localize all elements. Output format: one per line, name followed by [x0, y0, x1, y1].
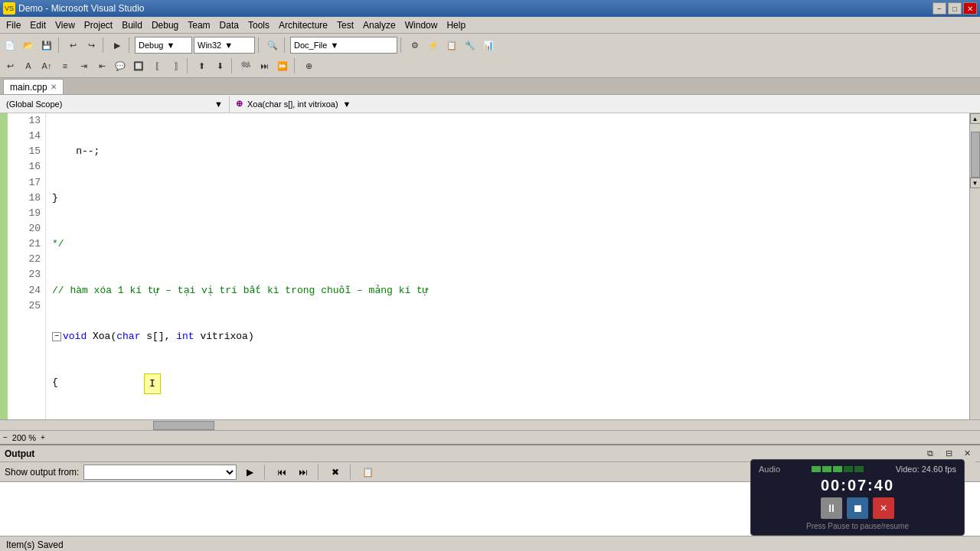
line-num-22: 22: [8, 252, 41, 267]
menu-data[interactable]: Data: [215, 18, 243, 32]
zoom-decrease-button[interactable]: −: [3, 433, 8, 442]
audio-seg-4: [844, 466, 853, 472]
tb2-12[interactable]: ⬇: [211, 57, 228, 74]
scope-right-arrow: ▼: [343, 99, 351, 109]
vscroll-thumb[interactable]: [971, 132, 980, 178]
menu-architecture[interactable]: Architecture: [274, 18, 332, 32]
menu-file[interactable]: File: [2, 18, 25, 32]
tb-sep-1: [58, 37, 61, 53]
minimize-button[interactable]: −: [933, 2, 946, 15]
line-num-24: 24: [8, 283, 41, 298]
platform-dropdown[interactable]: Win32 ▼: [194, 37, 255, 54]
tb2-16[interactable]: ⊕: [300, 57, 317, 74]
tab-bar: main.cpp ✕: [0, 78, 980, 95]
menu-analyze[interactable]: Analyze: [358, 18, 400, 32]
horizontal-scrollbar[interactable]: [0, 419, 980, 430]
output-tb-2[interactable]: ⏭: [295, 465, 312, 480]
tb-save[interactable]: 💾: [38, 37, 55, 54]
tb-misc1[interactable]: ⚙: [407, 37, 423, 54]
platform-dropdown-arrow: ▼: [224, 41, 233, 50]
zoom-increase-button[interactable]: +: [41, 433, 45, 442]
media-pause-button[interactable]: ⏸: [821, 497, 842, 519]
tb2-4[interactable]: ≡: [57, 57, 74, 74]
debug-dropdown-arrow: ▼: [166, 41, 175, 50]
status-bar: Item(s) Saved: [0, 536, 980, 551]
hscroll-thumb[interactable]: [153, 421, 214, 430]
output-tb-3[interactable]: ✖: [327, 465, 344, 480]
tb2-13[interactable]: 🏁: [237, 57, 254, 74]
menu-tools[interactable]: Tools: [243, 18, 274, 32]
scope-right-dropdown[interactable]: ⊕ Xoa(char s[], int vitrixoa) ▼: [230, 96, 980, 112]
tb-misc4[interactable]: 🔧: [462, 37, 479, 54]
output-sep-3: [350, 465, 353, 480]
tb2-15[interactable]: ⏩: [274, 57, 291, 74]
menu-project[interactable]: Project: [80, 18, 117, 32]
output-tb-play[interactable]: ▶: [241, 465, 258, 480]
debug-dropdown[interactable]: Debug ▼: [135, 37, 192, 54]
tb2-2[interactable]: A: [20, 57, 37, 74]
line-num-19: 19: [8, 206, 41, 221]
tb-start[interactable]: ▶: [109, 37, 126, 54]
menu-debug[interactable]: Debug: [147, 18, 183, 32]
close-button[interactable]: ✕: [963, 2, 977, 15]
doc-dropdown-label: Doc_File: [294, 41, 327, 50]
platform-dropdown-label: Win32: [198, 41, 221, 50]
maximize-button[interactable]: □: [948, 2, 962, 15]
media-stop-button[interactable]: ⏹: [847, 497, 868, 519]
tb2-3[interactable]: A↑: [38, 57, 55, 74]
scope-left-dropdown[interactable]: (Global Scope) ▼: [0, 96, 230, 112]
menu-build[interactable]: Build: [117, 18, 147, 32]
vscroll-up-button[interactable]: ▲: [970, 113, 981, 124]
output-tb-1[interactable]: ⏮: [273, 465, 290, 480]
menu-window[interactable]: Window: [400, 18, 443, 32]
tb2-5[interactable]: ⇥: [75, 57, 92, 74]
collapse-icon-17[interactable]: −: [52, 332, 61, 341]
tab-label: main.cpp: [10, 82, 47, 93]
tb-new[interactable]: 📄: [2, 37, 18, 54]
media-close-button[interactable]: ✕: [873, 497, 894, 519]
menu-help[interactable]: Help: [442, 18, 470, 32]
debug-dropdown-label: Debug: [139, 41, 163, 50]
menu-test[interactable]: Test: [332, 18, 358, 32]
tb-undo[interactable]: ↩: [64, 37, 81, 54]
tb2-6[interactable]: ⇤: [93, 57, 110, 74]
code-line-14: }: [52, 191, 963, 206]
tb-open[interactable]: 📂: [20, 37, 37, 54]
vertical-scrollbar[interactable]: ▲ ▼: [969, 113, 980, 419]
tb2-sep-1: [187, 58, 190, 73]
menu-edit[interactable]: Edit: [25, 18, 51, 32]
tb2-10[interactable]: ⟧: [167, 57, 184, 74]
code-line-16: // hàm xóa 1 kí tự – tại vị trí bất kì t…: [52, 283, 963, 298]
tb-redo[interactable]: ↪: [83, 37, 100, 54]
tb-sep-6: [400, 37, 403, 53]
line-num-25: 25: [8, 298, 41, 314]
tb2-8[interactable]: 🔲: [130, 57, 147, 74]
window-controls: − □ ✕: [933, 2, 977, 15]
audio-seg-2: [822, 466, 831, 472]
menu-team[interactable]: Team: [183, 18, 214, 32]
zoom-bar: − 200 % +: [0, 430, 980, 444]
doc-dropdown[interactable]: Doc_File ▼: [290, 37, 397, 54]
tb-misc2[interactable]: ⚡: [425, 37, 442, 54]
output-title: Output: [5, 448, 34, 459]
code-area[interactable]: n--; } */ // hàm xóa 1 kí tự – tại vị tr…: [46, 113, 969, 419]
tb-misc3[interactable]: 📋: [443, 37, 460, 54]
line-num-20: 20: [8, 221, 41, 236]
tb2-7[interactable]: 💬: [112, 57, 129, 74]
menu-view[interactable]: View: [51, 18, 80, 32]
output-tb-4[interactable]: 📋: [359, 465, 376, 480]
tb-sep-2: [103, 37, 106, 53]
output-source-dropdown[interactable]: [83, 465, 237, 480]
tb2-14[interactable]: ⏭: [256, 57, 273, 74]
tb2-9[interactable]: ⟦: [149, 57, 165, 74]
tab-main-cpp[interactable]: main.cpp ✕: [3, 79, 64, 94]
tb-misc5[interactable]: 📊: [480, 37, 497, 54]
line-num-18: 18: [8, 191, 41, 206]
tb-search[interactable]: 🔍: [264, 37, 281, 54]
tb2-1[interactable]: ↩: [2, 57, 18, 74]
line-num-23: 23: [8, 267, 41, 282]
tb2-11[interactable]: ⬆: [193, 57, 210, 74]
vscroll-down-button[interactable]: ▼: [970, 178, 981, 188]
tab-close-icon[interactable]: ✕: [51, 83, 57, 91]
line-num-16: 16: [8, 159, 41, 174]
